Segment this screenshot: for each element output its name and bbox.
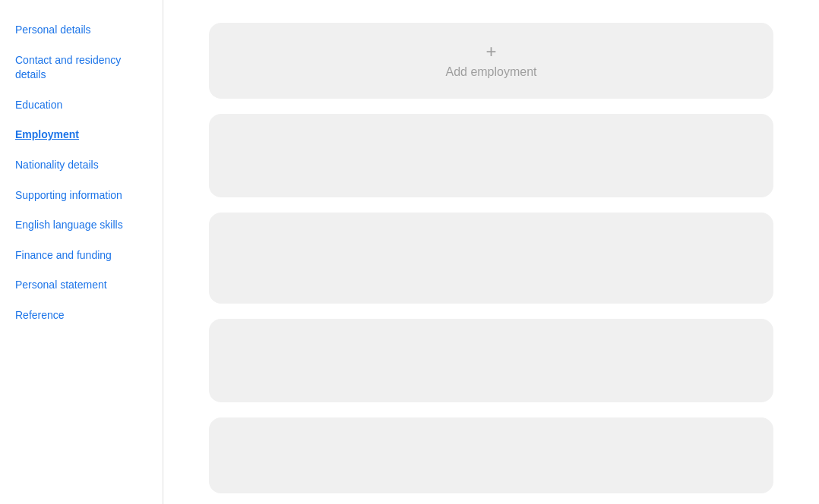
- add-employment-label: Add employment: [445, 65, 536, 79]
- main-content: + Add employment: [163, 0, 819, 504]
- sidebar-item-nationality-details[interactable]: Nationality details: [0, 150, 163, 181]
- sidebar-item-label: Reference: [15, 309, 65, 321]
- sidebar-item-label: Personal details: [15, 24, 91, 36]
- sidebar-item-personal-details[interactable]: Personal details: [0, 15, 163, 46]
- sidebar-item-reference[interactable]: Reference: [0, 301, 163, 331]
- sidebar-item-english-language-skills[interactable]: English language skills: [0, 210, 163, 241]
- sidebar-item-label: English language skills: [15, 219, 123, 231]
- sidebar-item-label: Finance and funding: [15, 249, 112, 261]
- sidebar-item-contact-residency[interactable]: Contact and residency details: [0, 46, 163, 90]
- sidebar-item-label: Education: [15, 99, 62, 111]
- sidebar-item-supporting-information[interactable]: Supporting information: [0, 181, 163, 211]
- employment-card-3[interactable]: [209, 213, 773, 304]
- sidebar: Personal details Contact and residency d…: [0, 0, 163, 504]
- sidebar-item-label: Contact and residency details: [15, 54, 121, 81]
- add-icon: +: [485, 43, 496, 61]
- sidebar-item-employment[interactable]: Employment: [0, 120, 163, 150]
- sidebar-item-label: Personal statement: [15, 279, 107, 291]
- add-employment-content: + Add employment: [445, 43, 536, 79]
- employment-card-5[interactable]: [209, 417, 773, 493]
- employment-card-4[interactable]: [209, 319, 773, 402]
- sidebar-item-finance-and-funding[interactable]: Finance and funding: [0, 241, 163, 271]
- add-employment-card[interactable]: + Add employment: [209, 23, 773, 99]
- sidebar-item-label: Employment: [15, 128, 79, 140]
- sidebar-item-personal-statement[interactable]: Personal statement: [0, 270, 163, 301]
- sidebar-item-label: Nationality details: [15, 159, 99, 171]
- sidebar-item-education[interactable]: Education: [0, 90, 163, 121]
- employment-card-2[interactable]: [209, 114, 773, 197]
- sidebar-item-label: Supporting information: [15, 189, 122, 201]
